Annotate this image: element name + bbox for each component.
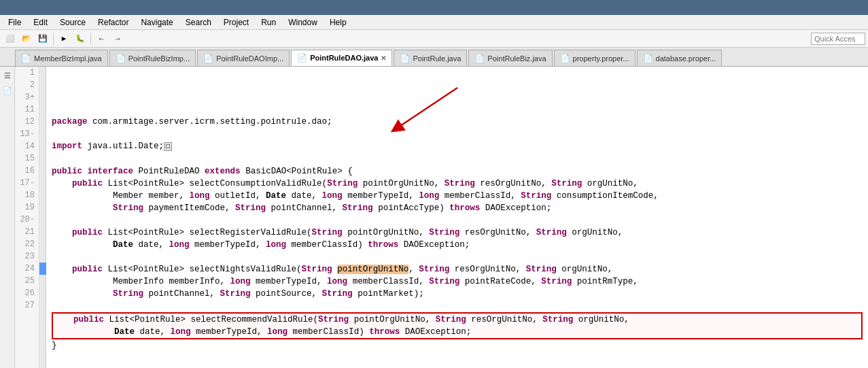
code-line-7: String paymentItemCode, String pointChan… bbox=[52, 202, 863, 214]
tab-0[interactable]: 📄MemberBizImpl.java bbox=[15, 50, 108, 66]
tab-7[interactable]: 📄database.proper... bbox=[637, 50, 723, 66]
gutter-mark-5 bbox=[39, 128, 46, 140]
code-line-8 bbox=[52, 214, 863, 227]
gutter bbox=[39, 67, 46, 368]
line-num-16: 24 bbox=[19, 263, 35, 275]
line-num-10: 18 bbox=[19, 189, 35, 201]
line-num-1: 2 bbox=[19, 79, 35, 91]
tab-icon-4: 📄 bbox=[400, 54, 410, 63]
line-num-7: 15 bbox=[19, 152, 35, 165]
sidebar-icon-1[interactable]: ☰ bbox=[1, 69, 14, 82]
quick-access-input[interactable] bbox=[811, 33, 865, 45]
line-num-14: 22 bbox=[19, 238, 35, 250]
code-line-13: MemberInfo memberInfo, long memberTypeId… bbox=[52, 275, 863, 288]
tab-3[interactable]: 📄PointRuleDAO.java✕ bbox=[291, 50, 392, 66]
line-num-0: 1 bbox=[19, 67, 35, 79]
menu-item-edit[interactable]: Edit bbox=[28, 16, 53, 29]
code-line-15 bbox=[52, 300, 863, 312]
menu-item-help[interactable]: Help bbox=[324, 16, 352, 29]
line-num-12: 20◦ bbox=[19, 214, 35, 226]
line-num-15: 23 bbox=[19, 250, 35, 263]
gutter-mark-11 bbox=[39, 201, 46, 214]
tab-label-0: MemberBizImpl.java bbox=[34, 54, 102, 63]
code-line-9: public List<PointRule> selectRegisterVal… bbox=[52, 227, 863, 239]
code-line-16: public List<PointRule> selectRecommendVa… bbox=[52, 312, 863, 326]
tab-label-1: PointRuleBizImp... bbox=[128, 54, 190, 63]
menu-item-refactor[interactable]: Refactor bbox=[92, 16, 134, 29]
code-content[interactable]: package com.armitage.server.icrm.setting… bbox=[46, 67, 868, 368]
tab-5[interactable]: 📄PointRuleBiz.java bbox=[468, 50, 552, 66]
line-num-2: 3+ bbox=[19, 91, 35, 103]
line-num-18: 26 bbox=[19, 287, 35, 299]
tab-label-3: PointRuleDAO.java bbox=[310, 54, 378, 62]
menu-item-search[interactable]: Search bbox=[180, 16, 217, 29]
tab-label-5: PointRuleBiz.java bbox=[487, 54, 546, 63]
gutter-mark-16 bbox=[39, 263, 46, 275]
code-line-5: public List<PointRule> selectConsumption… bbox=[52, 178, 863, 190]
gutter-mark-8 bbox=[39, 165, 46, 177]
gutter-mark-9 bbox=[39, 177, 46, 189]
toolbar: ⬜ 📂 💾 ▶ 🐛 ← → bbox=[0, 30, 868, 48]
gutter-mark-13 bbox=[39, 226, 46, 238]
menu-item-file[interactable]: File bbox=[3, 16, 27, 29]
tab-6[interactable]: 📄property.proper... bbox=[554, 50, 636, 66]
tab-label-4: PointRule.java bbox=[413, 54, 461, 63]
code-line-19 bbox=[52, 352, 863, 364]
code-line-3 bbox=[52, 153, 863, 165]
toolbar-btn-fwd[interactable]: → bbox=[110, 32, 125, 46]
tabbar: 📄MemberBizImpl.java📄PointRuleBizImp...📄P… bbox=[0, 48, 868, 67]
line-num-3: 11 bbox=[19, 103, 35, 116]
gutter-mark-17 bbox=[39, 275, 46, 287]
toolbar-btn-run[interactable]: ▶ bbox=[56, 32, 71, 46]
toolbar-sep-1 bbox=[53, 33, 54, 45]
gutter-mark-3 bbox=[39, 103, 46, 116]
tab-1[interactable]: 📄PointRuleBizImp... bbox=[109, 50, 196, 66]
tab-icon-5: 📄 bbox=[474, 54, 485, 63]
code-area: 123+111213◦14151617◦181920◦2122232425262… bbox=[15, 67, 868, 368]
code-line-18: } bbox=[52, 339, 863, 352]
gutter-mark-7 bbox=[39, 152, 46, 165]
line-num-4: 12 bbox=[19, 116, 35, 128]
toolbar-btn-open[interactable]: 📂 bbox=[19, 32, 34, 46]
code-line-10: Date date, long memberTypeId, long membe… bbox=[52, 239, 863, 251]
tab-2[interactable]: 📄PointRuleDAOImp... bbox=[197, 50, 290, 66]
gutter-mark-15 bbox=[39, 250, 46, 263]
line-num-19: 27 bbox=[19, 299, 35, 312]
tab-label-7: database.proper... bbox=[656, 54, 716, 63]
sidebar-icon-2[interactable]: 📄 bbox=[1, 84, 14, 97]
gutter-mark-0 bbox=[39, 67, 46, 79]
tab-4[interactable]: 📄PointRule.java bbox=[394, 50, 467, 66]
menu-item-navigate[interactable]: Navigate bbox=[135, 16, 178, 29]
gutter-mark-1 bbox=[39, 79, 46, 91]
code-line-6: Member member, long outletId, Date date,… bbox=[52, 190, 863, 202]
main-area: ☰ 📄 123+111213◦14151617◦181920◦212223242… bbox=[0, 67, 868, 368]
editor: 123+111213◦14151617◦181920◦2122232425262… bbox=[15, 67, 868, 368]
gutter-mark-2 bbox=[39, 91, 46, 103]
tab-icon-7: 📄 bbox=[643, 54, 653, 63]
toolbar-btn-save[interactable]: 💾 bbox=[35, 32, 50, 46]
menubar: FileEditSourceRefactorNavigateSearchProj… bbox=[0, 15, 868, 30]
tab-label-2: PointRuleDAOImp... bbox=[216, 54, 283, 63]
tab-close-3[interactable]: ✕ bbox=[381, 54, 386, 62]
menu-item-window[interactable]: Window bbox=[283, 16, 323, 29]
gutter-mark-6 bbox=[39, 140, 46, 152]
gutter-mark-4 bbox=[39, 116, 46, 128]
menu-item-project[interactable]: Project bbox=[218, 16, 254, 29]
gutter-mark-10 bbox=[39, 189, 46, 201]
tab-icon-6: 📄 bbox=[560, 54, 570, 63]
code-line-1 bbox=[52, 128, 863, 140]
gutter-mark-18 bbox=[39, 287, 46, 299]
toolbar-btn-back[interactable]: ← bbox=[94, 32, 109, 46]
sidebar: ☰ 📄 bbox=[0, 67, 15, 368]
menu-item-source[interactable]: Source bbox=[54, 16, 91, 29]
line-num-13: 21 bbox=[19, 226, 35, 238]
tab-icon-0: 📄 bbox=[21, 54, 31, 63]
toolbar-btn-new[interactable]: ⬜ bbox=[3, 32, 18, 46]
code-line-14: String pointChannel, String pointSource,… bbox=[52, 288, 863, 300]
code-line-4: public interface PointRuleDAO extends Ba… bbox=[52, 165, 863, 178]
gutter-mark-14 bbox=[39, 238, 46, 250]
line-num-17: 25 bbox=[19, 275, 35, 287]
toolbar-btn-debug[interactable]: 🐛 bbox=[73, 32, 88, 46]
menu-item-run[interactable]: Run bbox=[256, 16, 281, 29]
line-num-9: 17◦ bbox=[19, 177, 35, 189]
